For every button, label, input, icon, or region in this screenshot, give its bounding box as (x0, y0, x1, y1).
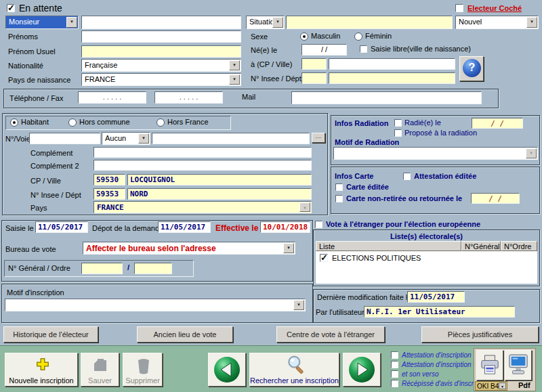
electeur-coche-checkbox[interactable] (455, 4, 463, 12)
motif-radiation-select[interactable]: ▼ (333, 147, 538, 160)
voie-numero-input[interactable] (29, 133, 100, 144)
birthdate-input[interactable]: / / (301, 44, 347, 56)
carte-retour-date-input[interactable]: / / (471, 193, 520, 204)
ville-input[interactable]: LOCQUIGNOL (127, 174, 312, 186)
hors-france-radio[interactable] (157, 118, 165, 127)
birth-cp-input[interactable] (301, 58, 327, 70)
situation-input[interactable] (286, 16, 453, 29)
depot-input[interactable]: 11/05/2017 (158, 221, 211, 233)
et-son-verso-checkbox[interactable] (391, 370, 398, 378)
carte-editee-checkbox[interactable] (335, 183, 343, 191)
rechercher-button[interactable]: Rechercher une inscription (249, 353, 339, 387)
modif-date-input[interactable]: 11/05/2017 (407, 291, 465, 303)
sauver-button[interactable]: Sauver (81, 353, 119, 387)
nouvelle-inscription-button[interactable]: Nouvelle inscription (5, 353, 78, 387)
vote-etranger-checkbox[interactable] (315, 221, 322, 228)
birth-dept-input[interactable] (329, 72, 455, 84)
birth-insee-input[interactable] (301, 72, 327, 84)
chevron-down-icon[interactable]: ▼ (283, 243, 294, 253)
prenom-usuel-input[interactable] (81, 45, 241, 58)
numero-ordre-input[interactable] (134, 263, 172, 274)
chevron-down-icon[interactable]: ▼ (272, 17, 283, 28)
attestation-inscription-checkbox[interactable] (391, 351, 398, 359)
radie-checkbox[interactable] (394, 119, 402, 127)
civility-select[interactable]: Monsieur ▼ (5, 16, 79, 29)
hors-commune-radio[interactable] (68, 118, 77, 127)
attestation-editee-label: Attestation éditée (414, 172, 476, 180)
vote-etranger-label: Vote à l'étranger pour l'élection europé… (326, 220, 480, 228)
chevron-down-icon[interactable]: ▼ (229, 60, 240, 70)
pays-select[interactable]: FRANCE ▼ (93, 201, 312, 213)
screen-preview-button[interactable] (505, 350, 532, 380)
liste-row-checkbox[interactable] (320, 254, 328, 262)
centre-vote-button[interactable]: Centre de vote à l'étranger (276, 326, 385, 343)
previous-record-button[interactable] (208, 353, 246, 387)
feminin-radio[interactable] (354, 32, 362, 41)
habitant-radio[interactable] (10, 118, 18, 127)
voie-type-select[interactable]: Aucun ▼ (102, 132, 150, 145)
listes-title: Liste(s) électorale(s) (313, 232, 540, 240)
cp-input[interactable]: 59530 (93, 174, 125, 186)
masculin-radio[interactable] (300, 32, 308, 41)
user-label: Par l'utilisateur (316, 308, 364, 316)
next-record-button[interactable] (343, 353, 381, 387)
prenoms-input[interactable] (81, 30, 241, 43)
lastname-input[interactable] (81, 16, 241, 29)
fax-input[interactable]: . . . . . (154, 91, 223, 104)
print-button[interactable] (476, 350, 503, 380)
pays-label: Pays (30, 204, 47, 212)
attestation-vierge-checkbox[interactable] (391, 361, 398, 368)
printer-select[interactable]: OKI B4 ▼ (475, 381, 507, 391)
dept-input[interactable]: NORD (127, 188, 312, 200)
column-header-liste[interactable]: Liste (316, 241, 461, 251)
column-header-general[interactable]: N°Général (461, 241, 501, 251)
help-button[interactable]: ? (459, 56, 484, 81)
complement2-input[interactable] (93, 160, 312, 171)
radie-date-input[interactable]: / / (472, 118, 523, 129)
birth-ville-input[interactable] (329, 58, 455, 70)
recepisse-checkbox[interactable] (391, 380, 398, 387)
numero-general-input[interactable] (81, 263, 123, 274)
modif-label: Dernière modification faite le (317, 293, 411, 301)
situation-select[interactable]: Situation ▼ (246, 16, 285, 29)
chevron-down-icon[interactable]: ▼ (66, 17, 77, 28)
voie-nom-input[interactable] (152, 133, 310, 144)
supprimer-button[interactable]: Supprimer (123, 353, 163, 387)
ancien-lieu-button[interactable]: Ancien lieu de vote (137, 326, 233, 343)
chevron-down-icon[interactable]: ▼ (138, 133, 149, 144)
sauver-label: Sauver (81, 376, 119, 385)
chevron-down-icon[interactable]: ▼ (293, 300, 304, 310)
radie-label: Radié(e) le (404, 118, 441, 127)
chevron-down-icon[interactable]: ▼ (526, 17, 537, 28)
chevron-down-icon: ▼ (299, 202, 310, 212)
pays-value: FRANCE (97, 203, 124, 212)
motif-inscription-select[interactable]: ▼ (5, 299, 306, 311)
carte-non-retiree-checkbox[interactable] (335, 195, 343, 202)
bureau-select[interactable]: Affecter le bureau selon l'adresse ▼ (83, 242, 295, 255)
column-header-ordre[interactable]: N°Ordre (501, 241, 537, 251)
chevron-down-icon[interactable]: ▼ (499, 383, 506, 389)
nouvel-select[interactable]: Nouvel ▼ (455, 16, 539, 29)
effective-input[interactable]: 10/01/2018 (260, 221, 310, 233)
voie-type-value: Aucun (105, 134, 126, 142)
masculin-label: Masculin (311, 32, 340, 40)
complement-input[interactable] (93, 147, 312, 158)
chevron-down-icon[interactable]: ▼ (229, 74, 240, 85)
user-input[interactable]: N.F.I. 1er Utilisateur (364, 306, 515, 318)
pdf-label[interactable]: Pdf (518, 381, 530, 389)
telephone-input[interactable]: . . . . . (78, 91, 146, 104)
en-attente-checkbox[interactable] (7, 4, 15, 12)
browse-voie-button[interactable]: .... (312, 133, 325, 143)
saisie-libre-checkbox[interactable] (360, 45, 367, 53)
historique-button[interactable]: Historique de l'électeur (3, 326, 98, 343)
prenoms-label: Prénoms (8, 32, 38, 41)
insee-input[interactable]: 59353 (93, 188, 125, 200)
propose-radiation-checkbox[interactable] (394, 129, 402, 137)
pieces-justificatives-button[interactable]: Pièces justificatives (421, 326, 539, 343)
pays-naissance-select[interactable]: FRANCE ▼ (81, 73, 241, 86)
mail-input[interactable] (291, 91, 482, 104)
voie-label: N°/Voie (5, 135, 30, 143)
nationalite-select[interactable]: Française ▼ (81, 59, 241, 72)
saisie-le-input[interactable]: 11/05/2017 (35, 221, 88, 233)
attestation-editee-checkbox[interactable] (403, 173, 411, 180)
